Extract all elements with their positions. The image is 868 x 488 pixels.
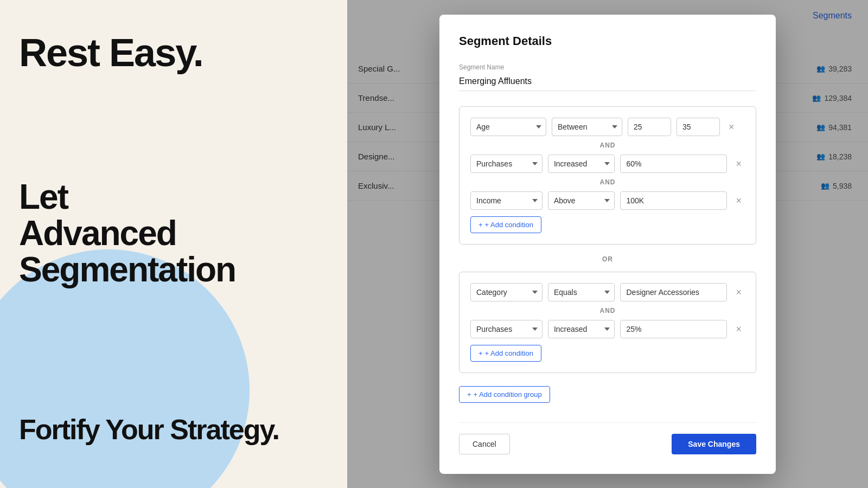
- operator-select-increased-1[interactable]: Increased Decreased Equals Above: [548, 155, 615, 173]
- segment-details-modal: Segment Details Segment Name Age Purchas…: [439, 15, 776, 474]
- condition-row-1: Age Purchases Income Category Between Ab…: [470, 118, 745, 136]
- value-input-5[interactable]: [620, 320, 727, 338]
- remove-condition-2[interactable]: ×: [732, 158, 745, 170]
- condition-row-5: Purchases Age Income Category Increased …: [470, 320, 745, 338]
- remove-condition-3[interactable]: ×: [732, 195, 745, 207]
- plus-icon-2: +: [478, 349, 483, 357]
- and-label-3: AND: [470, 307, 745, 314]
- and-label-1: AND: [470, 142, 745, 149]
- range-to-input-1[interactable]: [676, 118, 720, 136]
- range-from-input-1[interactable]: [628, 118, 671, 136]
- or-separator: OR: [459, 255, 756, 263]
- plus-icon-group: +: [467, 390, 471, 399]
- operator-select-equals[interactable]: Equals Above Below Between: [548, 283, 615, 301]
- field-select-category[interactable]: Category Age Purchases Income: [470, 283, 542, 301]
- add-condition-btn-2[interactable]: + + Add condition: [470, 345, 541, 362]
- add-condition-label-2: + Add condition: [485, 349, 533, 357]
- field-select-income[interactable]: Income Age Purchases Category: [470, 191, 542, 210]
- operator-select-above[interactable]: Above Below Equals: [548, 191, 615, 210]
- left-panel: Rest Easy. LetAdvancedSegmentation Forti…: [0, 0, 347, 488]
- remove-condition-1[interactable]: ×: [725, 121, 738, 133]
- save-changes-button[interactable]: Save Changes: [672, 434, 756, 454]
- add-condition-group-btn[interactable]: + + Add condition group: [459, 386, 550, 403]
- modal-overlay: Segment Details Segment Name Age Purchas…: [347, 0, 868, 488]
- remove-condition-5[interactable]: ×: [732, 323, 745, 335]
- headline-text: Rest Easy.: [19, 33, 203, 74]
- and-label-2: AND: [470, 178, 745, 186]
- plus-icon-1: +: [478, 221, 483, 229]
- remove-condition-4[interactable]: ×: [732, 286, 745, 298]
- operator-select-increased-2[interactable]: Increased Decreased Equals Above: [548, 320, 615, 338]
- field-select-age[interactable]: Age Purchases Income Category: [470, 118, 546, 136]
- condition-group-2: Category Age Purchases Income Equals Abo…: [459, 272, 756, 373]
- condition-group-1: Age Purchases Income Category Between Ab…: [459, 106, 756, 245]
- condition-row-4: Category Age Purchases Income Equals Abo…: [470, 283, 745, 301]
- value-input-3[interactable]: [620, 191, 727, 210]
- segment-name-input[interactable]: [459, 74, 756, 91]
- add-condition-label-1: + Add condition: [485, 221, 533, 229]
- operator-select-between[interactable]: Between Above Below Equals: [552, 118, 622, 136]
- add-group-label: + Add condition group: [474, 390, 542, 399]
- cancel-button[interactable]: Cancel: [459, 434, 510, 454]
- value-input-4[interactable]: [620, 283, 727, 301]
- field-select-purchases-1[interactable]: Purchases Age Income Category: [470, 155, 542, 173]
- subheadline-text: LetAdvancedSegmentation: [19, 179, 235, 288]
- field-select-purchases-2[interactable]: Purchases Age Income Category: [470, 320, 542, 338]
- condition-row-3: Income Age Purchases Category Above Belo…: [470, 191, 745, 210]
- right-panel: Segments Special G... 👥 39,283 Trendse..…: [347, 0, 868, 488]
- modal-footer: Cancel Save Changes: [459, 422, 756, 454]
- segment-name-label: Segment Name: [459, 63, 756, 71]
- footer-text: Fortify Your Strategy.: [19, 415, 279, 445]
- modal-title: Segment Details: [459, 34, 756, 48]
- value-input-2[interactable]: [620, 155, 727, 173]
- condition-row-2: Purchases Age Income Category Increased …: [470, 155, 745, 173]
- add-condition-btn-1[interactable]: + + Add condition: [470, 216, 541, 233]
